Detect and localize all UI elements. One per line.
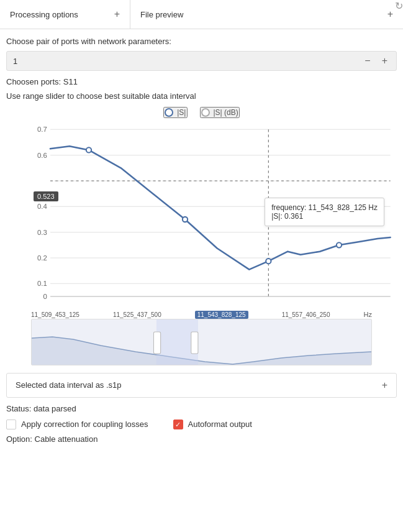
top-tabs: Processing options + File preview + [0,0,403,29]
svg-text:0.3: 0.3 [37,229,47,236]
coupling-option[interactable]: Apply correction for coupling losses [6,420,148,429]
svg-point-20 [337,242,342,247]
port-selector-label: Choose pair of ports with network parame… [6,37,397,46]
range-slider-label: Use range slider to choose best suitable… [6,91,397,101]
x-label-2-highlight: 11_543_828_125 [195,311,248,319]
file-preview-tab-icon: + [387,9,393,20]
x-label-1: 11_525_437_500 [113,311,161,318]
port-decrement-button[interactable]: − [362,55,373,66]
chart-wrapper: 0.523 0.7 0.6 0.4 0.3 0.2 0.1 0 [6,123,397,310]
autoformat-checkbox[interactable] [173,420,183,429]
range-mini-chart [32,319,371,365]
processing-options-tab[interactable]: Processing options + [0,0,130,29]
autoformat-label: Autoformat output [188,420,252,429]
autoformat-option[interactable]: Autoformat output [173,420,252,429]
svg-text:0.6: 0.6 [37,152,47,159]
svg-text:0: 0 [43,293,47,300]
legend-s-mag-label: |S| [177,108,186,117]
coupling-checkbox[interactable] [6,420,16,429]
chart-svg: 0.7 0.6 0.4 0.3 0.2 0.1 0 [31,123,397,310]
selected-interval-label: Selected data interval as .s1p [16,380,122,390]
svg-rect-25 [153,332,160,354]
coupling-label: Apply correction for coupling losses [21,420,148,429]
svg-point-18 [183,217,188,222]
x-label-3: 11_557_406_250 [282,311,330,318]
chart-container: 0.523 0.7 0.6 0.4 0.3 0.2 0.1 0 [6,123,397,319]
port-increment-button[interactable]: + [379,55,390,66]
selected-interval-icon: + [382,380,387,391]
legend-s-db-label: |S| (dB) [214,108,238,117]
legend-s-db[interactable]: |S| (dB) [200,107,240,118]
range-slider-area[interactable] [31,319,372,365]
processing-options-tab-label: Processing options [10,10,78,19]
file-preview-tab-label: File preview [140,10,183,19]
option-cable: Option: Cable attenuation [6,434,397,444]
status-line: Status: data parsed [6,404,397,413]
svg-rect-26 [191,332,198,354]
svg-text:0.4: 0.4 [37,203,47,210]
x-axis-unit: Hz [364,311,372,318]
svg-text:0.2: 0.2 [37,254,47,262]
chosen-ports: Choosen ports: S11 [6,77,397,86]
file-preview-tab[interactable]: File preview + [130,0,403,29]
svg-point-19 [266,259,271,264]
selected-interval[interactable]: Selected data interval as .s1p + [6,373,397,398]
svg-text:0.7: 0.7 [37,126,47,133]
port-value: 1 [13,57,362,66]
legend-s-mag-icon [165,108,173,117]
options-row: Apply correction for coupling losses Aut… [6,420,397,429]
port-selector: 1 − + [6,51,397,71]
refresh-button[interactable]: ↻ [395,0,403,12]
processing-options-tab-icon: + [114,9,120,20]
legend-s-mag[interactable]: |S| [163,107,187,118]
port-controls: − + [362,55,390,66]
value-badge: 0.523 [34,191,58,201]
svg-text:0.1: 0.1 [37,280,47,287]
chart-legend: |S| |S| (dB) ↻ [6,107,397,118]
x-label-0: 11_509_453_125 [31,311,79,318]
main-content: Choose pair of ports with network parame… [0,29,403,451]
svg-point-17 [86,147,91,152]
legend-s-db-icon [201,108,210,117]
